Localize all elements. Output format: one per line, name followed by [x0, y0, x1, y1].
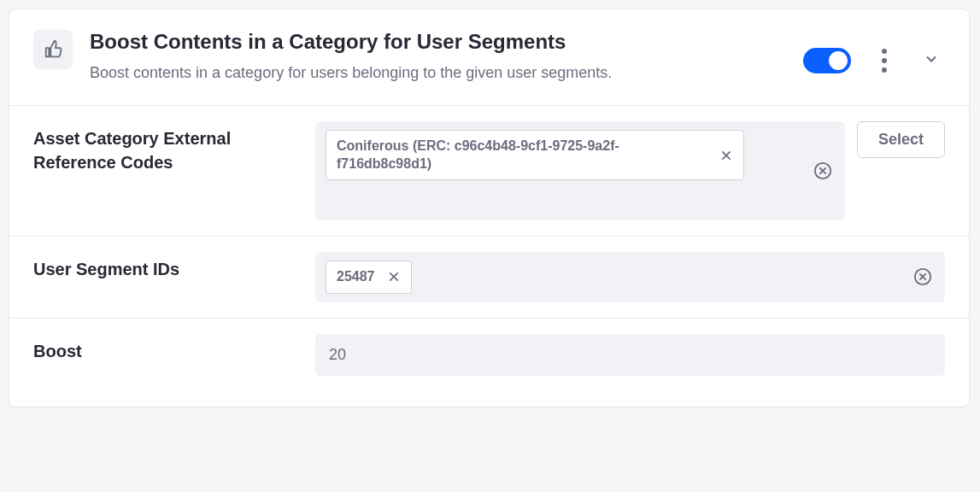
collapse-chevron[interactable]: [918, 45, 945, 76]
more-options-button[interactable]: [878, 45, 890, 76]
field-label: Asset Category External Reference Codes: [33, 121, 298, 174]
clear-all-button[interactable]: [911, 265, 935, 289]
field-row-segments: User Segment IDs 25487: [9, 236, 969, 318]
field-label: Boost: [33, 334, 298, 363]
header-controls: [803, 28, 945, 76]
card-title: Boost Contents in a Category for User Se…: [90, 30, 786, 55]
remove-tag-button[interactable]: [719, 149, 733, 162]
boost-input[interactable]: [315, 334, 945, 376]
category-tag-text: Coniferous (ERC: c96c4b48-9cf1-9725-9a2f…: [337, 138, 707, 173]
enable-toggle[interactable]: [803, 48, 851, 73]
field-row-categories: Asset Category External Reference Codes …: [9, 105, 969, 236]
category-tag: Coniferous (ERC: c96c4b48-9cf1-9725-9a2f…: [326, 130, 744, 181]
thumbs-up-icon: [33, 30, 73, 69]
field-label: User Segment IDs: [33, 252, 298, 281]
toggle-knob: [829, 51, 848, 70]
header-text-block: Boost Contents in a Category for User Se…: [90, 28, 786, 85]
clear-all-button[interactable]: [811, 159, 835, 183]
field-body: Coniferous (ERC: c96c4b48-9cf1-9725-9a2f…: [315, 121, 945, 220]
select-button[interactable]: Select: [857, 121, 945, 158]
categories-tag-well[interactable]: Coniferous (ERC: c96c4b48-9cf1-9725-9a2f…: [315, 121, 845, 220]
field-row-boost: Boost: [9, 318, 969, 407]
card-header: Boost Contents in a Category for User Se…: [9, 9, 969, 105]
config-card: Boost Contents in a Category for User Se…: [9, 9, 970, 407]
remove-tag-button[interactable]: [387, 270, 401, 284]
field-body: 25487: [315, 252, 945, 302]
segment-tag-text: 25487: [337, 268, 375, 286]
segments-tag-well[interactable]: 25487: [315, 252, 945, 302]
segment-tag: 25487: [326, 261, 412, 294]
field-body: [315, 334, 945, 376]
card-description: Boost contents in a category for users b…: [90, 62, 705, 85]
